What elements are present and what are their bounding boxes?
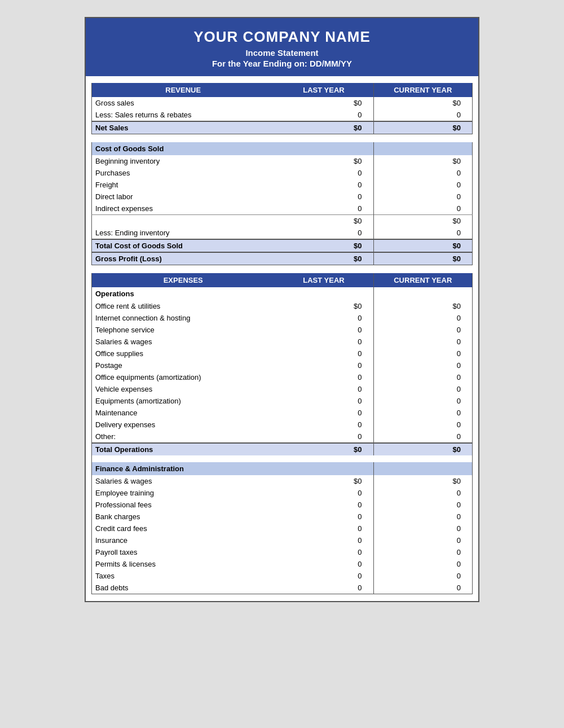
- vehicle-expenses-current: 0: [373, 383, 473, 395]
- taxes-last: 0: [275, 570, 374, 582]
- office-supplies-label: Office supplies: [92, 348, 275, 359]
- salaries-wages-fin-label: Salaries & wages: [92, 475, 275, 487]
- freight-last: 0: [275, 179, 374, 191]
- table-row: Equipments (amortization) 0 0: [92, 395, 473, 407]
- indirect-expenses-label: Indirect expenses: [92, 203, 275, 215]
- gross-profit-label: Gross Profit (Loss): [92, 252, 275, 265]
- gross-profit-current: $0: [373, 252, 473, 265]
- payroll-taxes-last: 0: [275, 546, 374, 558]
- maintenance-label: Maintenance: [92, 407, 275, 419]
- purchases-label: Purchases: [92, 167, 275, 179]
- table-row: Insurance 0 0: [92, 534, 473, 546]
- table-row: Less: Ending inventory 0 0: [92, 227, 473, 239]
- employee-training-label: Employee training: [92, 487, 275, 499]
- operations-label: Operations: [92, 287, 275, 300]
- cogs-subtotal-last: $0: [275, 215, 374, 227]
- table-row: Postage 0 0: [92, 359, 473, 371]
- finance-section-label: Finance & Administration: [92, 462, 275, 475]
- revenue-section-label: REVENUE: [92, 83, 275, 97]
- total-cogs-last: $0: [275, 239, 374, 252]
- header: YOUR COMPANY NAME Income Statement For t…: [86, 18, 478, 76]
- gross-profit-row: Gross Profit (Loss) $0 $0: [92, 252, 473, 265]
- bank-charges-current: 0: [373, 511, 473, 523]
- table-row: Indirect expenses 0 0: [92, 203, 473, 215]
- professional-fees-last: 0: [275, 499, 374, 511]
- other-last: 0: [275, 431, 374, 443]
- net-sales-row: Net Sales $0 $0: [92, 121, 473, 134]
- internet-label: Internet connection & hosting: [92, 312, 275, 324]
- table-row: Payroll taxes 0 0: [92, 546, 473, 558]
- cogs-header-row: Cost of Goods Sold: [92, 142, 473, 155]
- insurance-label: Insurance: [92, 534, 275, 546]
- gross-sales-current: $0: [373, 97, 473, 109]
- table-row: Salaries & wages 0 0: [92, 336, 473, 348]
- delivery-expenses-label: Delivery expenses: [92, 419, 275, 431]
- professional-fees-current: 0: [373, 499, 473, 511]
- equipments-amort-current: 0: [373, 395, 473, 407]
- gross-sales-last: $0: [275, 97, 374, 109]
- table-row: Vehicle expenses 0 0: [92, 383, 473, 395]
- vehicle-expenses-last: 0: [275, 383, 374, 395]
- permits-licenses-last: 0: [275, 558, 374, 570]
- gross-profit-last: $0: [275, 252, 374, 265]
- table-row: Less: Sales returns & rebates 0 0: [92, 109, 473, 121]
- cogs-table: Cost of Goods Sold Beginning inventory $…: [91, 142, 473, 265]
- sales-returns-label: Less: Sales returns & rebates: [92, 109, 275, 121]
- table-row: Bank charges 0 0: [92, 511, 473, 523]
- postage-last: 0: [275, 359, 374, 371]
- other-label: Other:: [92, 431, 275, 443]
- equipments-amort-label: Equipments (amortization): [92, 395, 275, 407]
- net-sales-label: Net Sales: [92, 121, 275, 134]
- revenue-table: REVENUE LAST YEAR CURRENT YEAR Gross sal…: [91, 83, 473, 134]
- internet-current: 0: [373, 312, 473, 324]
- freight-label: Freight: [92, 179, 275, 191]
- table-row: Bad debts 0 0: [92, 582, 473, 594]
- revenue-section: REVENUE LAST YEAR CURRENT YEAR Gross sal…: [86, 83, 478, 134]
- total-operations-current: $0: [373, 443, 473, 455]
- salaries-wages-fin-current: $0: [373, 475, 473, 487]
- taxes-label: Taxes: [92, 570, 275, 582]
- expenses-section-label: EXPENSES: [92, 273, 275, 287]
- table-row: Beginning inventory $0 $0: [92, 155, 473, 167]
- freight-current: 0: [373, 179, 473, 191]
- telephone-label: Telephone service: [92, 324, 275, 336]
- telephone-current: 0: [373, 324, 473, 336]
- employee-training-last: 0: [275, 487, 374, 499]
- office-rent-last: $0: [275, 300, 374, 312]
- finance-label-row: Finance & Administration: [92, 462, 473, 475]
- table-row: Office rent & utilities $0 $0: [92, 300, 473, 312]
- total-operations-row: Total Operations $0 $0: [92, 443, 473, 455]
- table-row: Permits & licenses 0 0: [92, 558, 473, 570]
- bad-debts-current: 0: [373, 582, 473, 594]
- salaries-wages-ops-label: Salaries & wages: [92, 336, 275, 348]
- equipments-amort-last: 0: [275, 395, 374, 407]
- table-row: Other: 0 0: [92, 431, 473, 443]
- direct-labor-current: 0: [373, 191, 473, 203]
- office-supplies-last: 0: [275, 348, 374, 359]
- cogs-section: Cost of Goods Sold Beginning inventory $…: [86, 142, 478, 265]
- office-supplies-current: 0: [373, 348, 473, 359]
- cogs-section-label: Cost of Goods Sold: [92, 142, 275, 155]
- direct-labor-last: 0: [275, 191, 374, 203]
- expenses-section: EXPENSES LAST YEAR CURRENT YEAR Operatio…: [86, 273, 478, 594]
- professional-fees-label: Professional fees: [92, 499, 275, 511]
- net-sales-last: $0: [275, 121, 374, 134]
- office-rent-label: Office rent & utilities: [92, 300, 275, 312]
- indirect-expenses-current: 0: [373, 203, 473, 215]
- office-rent-current: $0: [373, 300, 473, 312]
- gap-row: [92, 455, 473, 462]
- salaries-wages-ops-current: 0: [373, 336, 473, 348]
- total-cogs-current: $0: [373, 239, 473, 252]
- revenue-last-year-header: LAST YEAR: [275, 83, 374, 97]
- office-equip-label: Office equipments (amortization): [92, 371, 275, 383]
- table-row: Office equipments (amortization) 0 0: [92, 371, 473, 383]
- bank-charges-label: Bank charges: [92, 511, 275, 523]
- office-equip-last: 0: [275, 371, 374, 383]
- gross-sales-label: Gross sales: [92, 97, 275, 109]
- cogs-subtotal-row: $0 $0: [92, 215, 473, 227]
- office-equip-current: 0: [373, 371, 473, 383]
- table-row: Maintenance 0 0: [92, 407, 473, 419]
- payroll-taxes-current: 0: [373, 546, 473, 558]
- cogs-subtotal-current: $0: [373, 215, 473, 227]
- revenue-header-row: REVENUE LAST YEAR CURRENT YEAR: [92, 83, 473, 97]
